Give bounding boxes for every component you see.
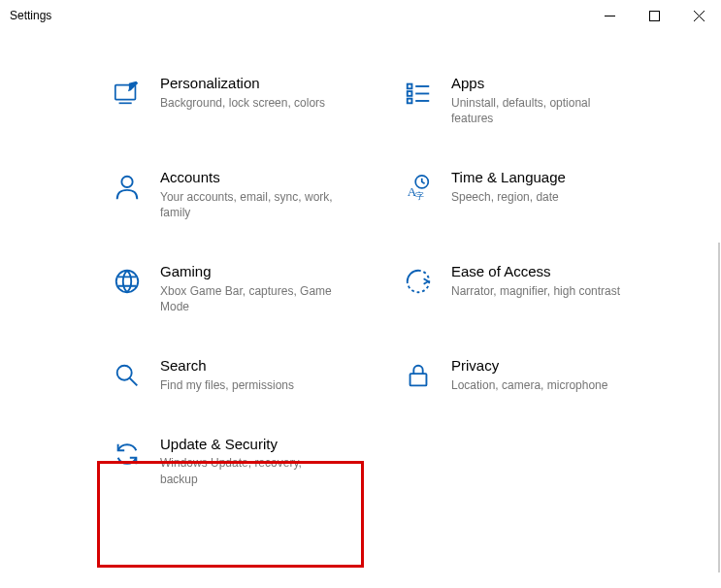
svg-rect-8 bbox=[408, 91, 412, 96]
item-desc: Uninstall, defaults, optional features bbox=[451, 95, 626, 128]
close-button[interactable] bbox=[676, 0, 721, 31]
svg-rect-19 bbox=[410, 374, 427, 385]
svg-point-16 bbox=[116, 271, 139, 293]
accounts-icon bbox=[112, 172, 143, 203]
settings-item-gaming[interactable]: Gaming Xbox Game Bar, captures, Game Mod… bbox=[112, 256, 383, 321]
apps-icon bbox=[403, 78, 434, 109]
settings-grid: Personalization Background, lock screen,… bbox=[112, 68, 721, 494]
item-title: Time & Language bbox=[451, 168, 566, 187]
titlebar-controls bbox=[587, 0, 721, 31]
settings-item-time-language[interactable]: A 字 Time & Language Speech, region, date bbox=[403, 162, 674, 227]
maximize-button[interactable] bbox=[632, 0, 676, 31]
time-language-icon: A 字 bbox=[403, 172, 434, 203]
item-title: Search bbox=[160, 356, 294, 376]
personalization-icon bbox=[112, 78, 143, 109]
ease-of-access-icon bbox=[403, 266, 434, 297]
item-desc: Speech, region, date bbox=[451, 189, 566, 206]
scrollbar[interactable] bbox=[718, 243, 720, 572]
svg-point-12 bbox=[121, 177, 132, 187]
svg-rect-10 bbox=[408, 99, 412, 104]
settings-item-search[interactable]: Search Find my files, permissions bbox=[112, 350, 383, 399]
item-title: Apps bbox=[451, 74, 626, 93]
update-security-icon bbox=[112, 439, 143, 470]
settings-item-ease-of-access[interactable]: Ease of Access Narrator, magnifier, high… bbox=[403, 256, 674, 321]
item-title: Personalization bbox=[160, 74, 325, 93]
minimize-button[interactable] bbox=[587, 0, 632, 31]
svg-point-17 bbox=[117, 366, 132, 380]
svg-rect-6 bbox=[408, 84, 412, 89]
settings-item-personalization[interactable]: Personalization Background, lock screen,… bbox=[112, 68, 383, 133]
item-title: Privacy bbox=[451, 356, 607, 376]
window-title: Settings bbox=[10, 9, 51, 22]
svg-rect-1 bbox=[649, 11, 659, 20]
settings-content: Personalization Background, lock screen,… bbox=[0, 68, 721, 588]
settings-item-apps[interactable]: Apps Uninstall, defaults, optional featu… bbox=[403, 68, 674, 133]
item-desc: Xbox Game Bar, captures, Game Mode bbox=[160, 283, 335, 316]
item-desc: Your accounts, email, sync, work, family bbox=[160, 189, 335, 222]
item-desc: Narrator, magnifier, high contrast bbox=[451, 283, 620, 300]
gaming-icon bbox=[112, 266, 143, 297]
item-desc: Find my files, permissions bbox=[160, 377, 294, 394]
settings-item-accounts[interactable]: Accounts Your accounts, email, sync, wor… bbox=[112, 162, 383, 227]
settings-item-update-security[interactable]: Update & Security Windows Update, recove… bbox=[112, 429, 383, 494]
svg-line-18 bbox=[130, 378, 138, 386]
titlebar: Settings bbox=[0, 0, 721, 31]
svg-text:字: 字 bbox=[415, 191, 424, 201]
item-desc: Windows Update, recovery, backup bbox=[160, 455, 335, 488]
item-title: Accounts bbox=[160, 168, 335, 187]
item-title: Gaming bbox=[160, 262, 335, 281]
search-icon bbox=[112, 360, 143, 391]
item-title: Ease of Access bbox=[451, 262, 620, 281]
settings-item-privacy[interactable]: Privacy Location, camera, microphone bbox=[403, 350, 674, 399]
item-desc: Background, lock screen, colors bbox=[160, 95, 325, 112]
item-title: Update & Security bbox=[160, 435, 335, 454]
item-desc: Location, camera, microphone bbox=[451, 377, 607, 394]
privacy-icon bbox=[403, 360, 434, 391]
